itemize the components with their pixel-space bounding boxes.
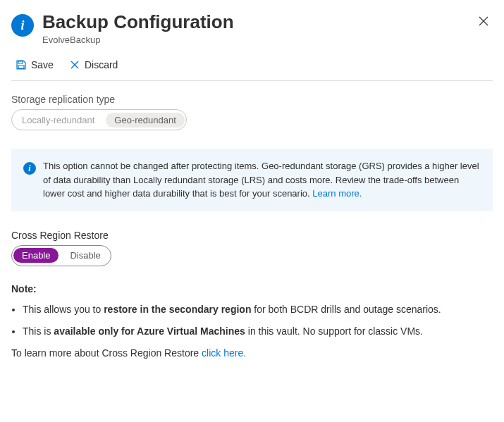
panel-title: Backup Configuration [42, 11, 466, 33]
close-icon[interactable] [474, 11, 493, 31]
cross-region-label: Cross Region Restore [11, 230, 493, 241]
note-item-2: This is available only for Azure Virtual… [23, 325, 493, 339]
info-message-text: This option cannot be changed after prot… [43, 159, 481, 201]
discard-button[interactable]: Discard [68, 58, 119, 72]
toolbar: Save Discard [11, 45, 493, 81]
storage-type-toggle: Locally-redundant Geo-redundant [11, 109, 187, 130]
cross-region-disable[interactable]: Disable [60, 247, 110, 263]
discard-label: Discard [85, 59, 118, 70]
title-block: Backup Configuration EvolveBackup [42, 11, 466, 45]
save-label: Save [31, 59, 54, 70]
learn-more-line: To learn more about Cross Region Restore… [11, 347, 493, 359]
discard-icon [69, 59, 80, 70]
cross-region-toggle[interactable]: Enable Disable [11, 245, 111, 266]
save-button[interactable]: Save [14, 58, 55, 72]
storage-option-lrs: Locally-redundant [12, 112, 104, 128]
learn-more-link[interactable]: Learn more. [312, 188, 362, 199]
storage-type-label: Storage replication type [11, 94, 493, 105]
panel-header: i Backup Configuration EvolveBackup [11, 7, 493, 45]
storage-option-grs: Geo-redundant [106, 113, 184, 128]
note-heading: Note: [11, 283, 493, 294]
cross-region-learn-link[interactable]: click here. [202, 347, 246, 359]
note-item-1: This allows you to restore in the second… [23, 303, 493, 317]
save-icon [16, 59, 27, 70]
info-text: This option cannot be changed after prot… [43, 161, 479, 199]
info-icon: i [11, 14, 34, 37]
panel-subtitle: EvolveBackup [42, 35, 466, 45]
note-list: This allows you to restore in the second… [11, 303, 493, 339]
info-message: i This option cannot be changed after pr… [11, 149, 493, 211]
info-icon: i [23, 162, 36, 175]
cross-region-enable[interactable]: Enable [13, 248, 59, 263]
